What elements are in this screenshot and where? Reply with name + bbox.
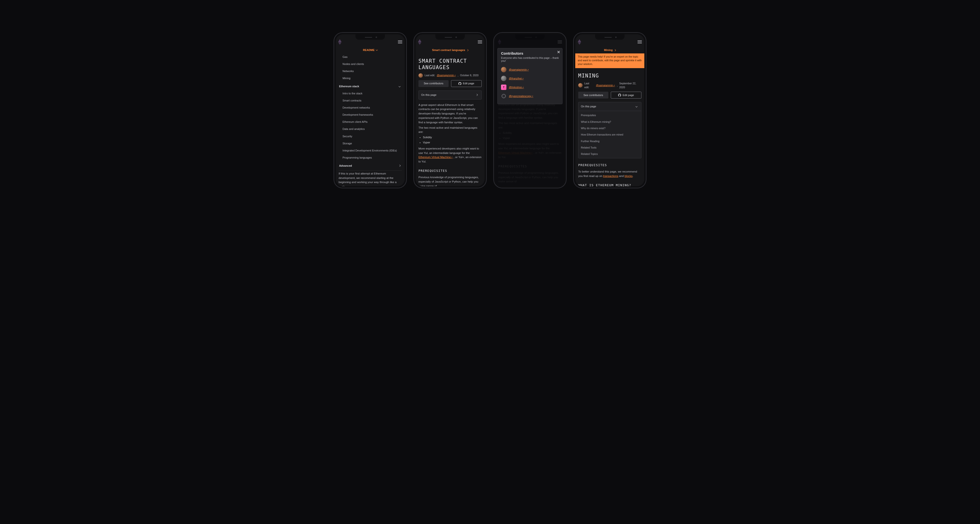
nav-item[interactable]: Security [339,133,402,140]
chevron-down-icon [636,105,638,107]
toc-item[interactable]: How Etherum transactions are mined [578,131,641,138]
nav-item-label: Integrated Development Environments (IDE… [342,148,397,153]
chevron-down-icon [399,85,401,87]
evm-link[interactable]: Ethereum Virtual Machine↗ [418,156,453,159]
button-label: Edit page [622,93,634,97]
edit-date: October 8, 2020 [460,73,479,77]
breadcrumb-label: Smart contract languages [432,49,465,51]
contributor-link[interactable]: @hrkrshnn↗ [509,86,524,89]
device-notch [355,34,385,40]
nav-group-ethereum-stack[interactable]: Ethereum stack [339,82,402,90]
toc-label: On this page [581,104,596,108]
hamburger-menu-icon[interactable] [478,40,482,43]
help-banner: This page needs help! If you're an exper… [575,53,644,68]
nav-item[interactable]: Data and analytics [339,126,402,132]
blocks-link[interactable]: blocks [625,175,633,177]
nav-item-label: Data and analytics [342,127,365,131]
breadcrumb[interactable]: Mining [575,46,644,53]
see-contributors-button[interactable]: See contributors [578,92,608,99]
nav-item-label: Gas [342,55,347,59]
toc-label: On this page [421,93,436,97]
nav-item-label: Development networks [342,106,370,110]
editor-link[interactable]: @samajammin↗ [596,83,615,88]
contributor-link[interactable]: @ryancreatescopy↗ [509,95,533,97]
edit-page-button[interactable]: Edit page [611,92,641,99]
paragraph: More experienced developers also might w… [418,147,482,164]
nav-item[interactable]: Storage [339,140,402,147]
nav-item[interactable]: Integrated Development Environments (IDE… [339,147,402,154]
page-meta: Last edit: @samajammin↗ , September 22, … [578,81,641,89]
chevron-right-icon [399,165,401,167]
phone-frame-2: Smart contract languages SMART CONTRACT … [414,32,487,188]
edit-page-button[interactable]: Edit page [451,80,482,87]
modal-subtitle: Everyone who has contributed to this pag… [501,56,559,62]
sidebar-nav: Gas Nodes and clients Networks Mining Et… [339,53,402,170]
phone-frame-4: Mining This page needs help! If you're a… [573,32,646,188]
last-edit-label: Last edit: [425,73,435,77]
external-link-icon: ↗ [522,86,524,89]
button-label: Edit page [463,81,474,86]
section-heading-what-is: WHAT IS ETHEREUM MINING? [578,183,641,186]
hamburger-menu-icon[interactable] [638,40,642,43]
nav-item[interactable]: Mining [339,75,402,82]
meta-comma: , [617,83,618,87]
nav-item[interactable]: Nodes and clients [339,61,402,68]
avatar [578,83,582,88]
ethereum-logo-icon[interactable] [338,39,342,45]
chevron-right-icon [466,49,468,51]
nav-item-label: Programming languages [342,156,372,160]
nav-item-label: Smart contracts [342,99,361,103]
toc-item[interactable]: What is Ethereum mining? [578,119,641,125]
breadcrumb-label: Mining [604,49,612,51]
transactions-link[interactable]: transactions [603,175,618,177]
github-icon [458,82,461,85]
toc-item[interactable]: Further Reading [578,138,641,144]
modal-backdrop[interactable]: Contributors Everyone who has contribute… [495,34,565,186]
paragraph: To better understand this page, we recom… [578,170,641,178]
toc[interactable]: On this page [418,91,482,99]
nav-item-label: Ethereum client APIs [342,120,368,124]
nav-item[interactable]: Development frameworks [339,111,402,118]
contributor-row: @hrkrshnn↗ [501,83,559,92]
nav-item[interactable]: Programming languages [339,154,402,161]
toc-item[interactable]: Prerequisites [578,112,641,118]
contributor-link[interactable]: @samajammin↗ [509,68,529,71]
button-label: See contributors [583,93,603,97]
chevron-down-icon [376,49,378,51]
ethereum-logo-icon[interactable] [418,39,422,45]
phone-frame-3: On this page A great aspect about Ethere… [493,32,566,188]
paragraph: Previous knowledge of programming langua… [418,175,482,186]
breadcrumb[interactable]: README [336,46,405,53]
nav-item[interactable]: Intro to the stack [339,90,402,97]
nav-item[interactable]: Networks [339,68,402,75]
page-title: MINING [578,73,641,79]
contributor-row: @ryancreatescopy↗ [501,92,559,100]
nav-item[interactable]: Development networks [339,104,402,111]
contributor-link[interactable]: @franzihei↗ [509,77,524,80]
nav-item[interactable]: Ethereum client APIs [339,118,402,126]
list-item: Vyper [423,140,482,145]
button-label: See contributors [423,81,443,86]
device-notch [435,34,465,40]
nav-item-label: Security [342,134,352,139]
toc-item[interactable]: Related Tools [578,144,641,151]
breadcrumb[interactable]: Smart contract languages [415,46,485,53]
nav-item[interactable]: Smart contracts [339,97,402,104]
paragraph: The two most active and maintained langu… [418,126,482,135]
breadcrumb-label: README [363,49,375,51]
avatar [501,67,506,72]
nav-item-label: Nodes and clients [342,62,364,66]
nav-item[interactable]: Gas [339,53,402,61]
toc-item[interactable]: Related Topics [578,151,641,157]
editor-link[interactable]: @samajammin↗ [437,73,456,78]
hamburger-menu-icon[interactable] [398,40,402,43]
nav-group-advanced[interactable]: Advanced [339,161,402,169]
close-icon[interactable] [557,50,560,54]
toc-expanded[interactable]: On this page Prerequisites What is Ether… [578,102,641,158]
nav-item-label: Storage [342,142,352,146]
edit-date: September 22, 2020 [619,81,641,89]
see-contributors-button[interactable]: See contributors [418,80,449,87]
page-title: SMART CONTRACT LANGUAGES [418,58,482,71]
ethereum-logo-icon[interactable] [578,39,581,45]
toc-item[interactable]: Why do miners exist? [578,125,641,131]
